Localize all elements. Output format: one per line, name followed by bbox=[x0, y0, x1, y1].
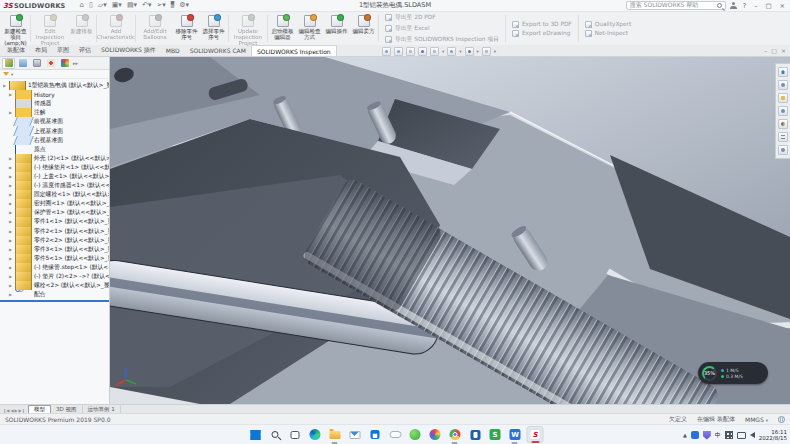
expand-arrow-icon[interactable]: ▶ bbox=[9, 219, 13, 224]
tray-app-icon[interactable] bbox=[691, 431, 699, 439]
expand-arrow-icon[interactable]: ▶ bbox=[9, 183, 13, 188]
view-palette-icon[interactable] bbox=[778, 106, 788, 116]
appearance-icon[interactable] bbox=[465, 47, 474, 56]
tree-item-front-plane[interactable]: 前视基准面 bbox=[0, 117, 109, 126]
dimxpert-manager-tab[interactable] bbox=[44, 58, 57, 69]
zoom-area-icon[interactable] bbox=[394, 47, 403, 56]
model-tab[interactable]: 模型 bbox=[28, 405, 51, 413]
new-template-button[interactable]: 新建模板 bbox=[68, 13, 95, 44]
expand-arrow-icon[interactable]: ▶ bbox=[9, 238, 13, 243]
tree-item-top-plane[interactable]: 上视基准面 bbox=[0, 126, 109, 135]
expand-arrow-icon[interactable]: ▶ bbox=[9, 210, 13, 215]
tree-item-component[interactable]: ▶固定螺栓<1> (默认<<默认>_显示状 bbox=[0, 190, 109, 199]
print-icon[interactable]: ▤▾ bbox=[127, 1, 137, 10]
export-inspection-project-item[interactable]: 导出至 SOLIDWORKS Inspection 项目 bbox=[385, 35, 499, 44]
configuration-manager-tab[interactable] bbox=[30, 58, 43, 69]
restore-button[interactable]: ▢ bbox=[763, 2, 773, 10]
scene-icon[interactable] bbox=[482, 47, 491, 56]
minimize-button[interactable]: – bbox=[752, 2, 759, 10]
tab-sketch[interactable]: 草图 bbox=[52, 45, 74, 56]
net-inspect-item[interactable]: Net-Inspect bbox=[585, 30, 632, 37]
launch-template-editor-button[interactable]: 启动模板编辑器 bbox=[269, 13, 296, 44]
mail-button[interactable] bbox=[347, 426, 364, 443]
doc-minimize-icon[interactable]: – bbox=[764, 47, 767, 54]
update-inspection-project-button[interactable]: Update Inspection Project bbox=[230, 13, 266, 44]
tab-inspection[interactable]: SOLIDWORKS Inspection bbox=[251, 45, 337, 56]
motion-study-tab[interactable]: 运动算例 1 bbox=[83, 405, 121, 413]
forum-icon[interactable] bbox=[778, 145, 788, 155]
doc-restore-icon[interactable]: ▢ bbox=[771, 47, 777, 54]
appearances-icon[interactable] bbox=[778, 119, 788, 129]
section-view-icon[interactable] bbox=[418, 47, 427, 56]
feature-tree-tab[interactable] bbox=[2, 58, 15, 69]
graphics-area[interactable]: 35% 1 M/S 0.3 M/S bbox=[110, 57, 790, 404]
caret-icon[interactable]: ▾ bbox=[442, 49, 444, 54]
ime-grid-icon[interactable] bbox=[725, 431, 733, 439]
qualityxpert-item[interactable]: QualityXpert bbox=[585, 21, 632, 28]
taskbar-search-button[interactable] bbox=[267, 426, 284, 443]
tree-item-component[interactable]: ▶零件2<1> (默认<<默认>_显示状态 bbox=[0, 227, 109, 236]
solidworks-taskbar-button[interactable]: S bbox=[527, 426, 544, 443]
expand-arrow-icon[interactable]: ▶ bbox=[9, 201, 13, 206]
edit-operations-button[interactable]: 编辑操作 bbox=[323, 13, 350, 44]
search-icon[interactable] bbox=[717, 3, 722, 8]
login-icon[interactable] bbox=[730, 2, 737, 9]
display-manager-tab[interactable] bbox=[58, 58, 71, 69]
tree-item-component[interactable]: ▶螺栓<2> (默认<<默认>_显示状态 bbox=[0, 281, 109, 290]
expand-arrow-icon[interactable]: ▶ bbox=[9, 156, 13, 161]
caret-icon[interactable]: ▾ bbox=[477, 49, 479, 54]
edge-button[interactable] bbox=[307, 426, 324, 443]
view-orientation-icon[interactable] bbox=[430, 47, 439, 56]
tree-item-origin[interactable]: 原点 bbox=[0, 145, 109, 154]
tree-item-mates[interactable]: ▶配合 bbox=[0, 290, 109, 299]
ime-indicator[interactable]: 中 bbox=[715, 431, 721, 440]
store-button[interactable] bbox=[367, 426, 384, 443]
remove-balloons-button[interactable]: 移除零件序号 bbox=[173, 13, 200, 44]
hidden-icons-chevron[interactable]: ▲ bbox=[683, 432, 687, 438]
file-explorer-icon[interactable] bbox=[778, 93, 788, 103]
globe-icon[interactable] bbox=[778, 416, 785, 423]
taskbar-clock[interactable]: 16:11 2022/8/15 bbox=[759, 429, 787, 442]
tree-item-history[interactable]: ▶History bbox=[0, 90, 109, 99]
s-app-button[interactable]: S bbox=[487, 426, 504, 443]
tree-item-component[interactable]: ▶零件1<1> (默认<<默认>_显示状态 bbox=[0, 217, 109, 226]
expand-arrow-icon[interactable]: ▶ bbox=[9, 256, 13, 261]
edit-methods-button[interactable]: 编辑检查方式 bbox=[296, 13, 323, 44]
expand-arrow-icon[interactable]: ▶ bbox=[9, 110, 13, 115]
expand-arrow-icon[interactable]: ▶ bbox=[9, 229, 13, 234]
security-shield-icon[interactable] bbox=[703, 431, 711, 440]
file-explorer-button[interactable] bbox=[327, 426, 344, 443]
export-excel-item[interactable]: 导出至 Excel bbox=[385, 24, 499, 33]
tree-item-component[interactable]: ▶零件3<1> (默认<<默认>_显示状态 bbox=[0, 245, 109, 254]
caret-icon[interactable]: ▾ bbox=[494, 49, 496, 54]
panel-tabs-overflow-icon[interactable]: ▸▸ bbox=[73, 60, 78, 66]
tree-item-component[interactable]: ▶(-) 绝缘垫片<1> (默认<<默认>_显 bbox=[0, 163, 109, 172]
expand-arrow-icon[interactable]: ▶ bbox=[9, 265, 13, 270]
options-icon[interactable]: ⚙▾ bbox=[179, 1, 189, 10]
export-2d-pdf-item[interactable]: 导出至 2D PDF bbox=[385, 13, 499, 22]
save-icon[interactable]: ▣▾ bbox=[112, 1, 122, 10]
tree-item-sensors[interactable]: 传感器 bbox=[0, 99, 109, 108]
volume-icon[interactable] bbox=[750, 432, 755, 438]
expand-arrow-icon[interactable]: ▶ bbox=[9, 192, 13, 197]
tab-assembly[interactable]: 装配体 bbox=[2, 45, 30, 56]
tree-item-component[interactable]: ▶密封圈<1> (默认<<默认>_显示状 bbox=[0, 199, 109, 208]
edit-inspection-project-button[interactable]: Edit Inspection Project bbox=[32, 13, 68, 44]
add-edit-balloons-button[interactable]: Add/Edit Balloons bbox=[137, 13, 173, 44]
resources-home-icon[interactable] bbox=[778, 67, 788, 77]
design-library-icon[interactable] bbox=[778, 80, 788, 90]
caret-icon[interactable]: ▾ bbox=[459, 49, 461, 54]
select-balloons-button[interactable]: 选择零件序号 bbox=[200, 13, 227, 44]
task-view-button[interactable] bbox=[287, 426, 304, 443]
browser-360-button[interactable] bbox=[407, 426, 424, 443]
tree-item-component[interactable]: ▶(-) 垫片 (2)<2> ->? (默认<<默认> bbox=[0, 272, 109, 281]
tab-mbd[interactable]: MBD bbox=[161, 45, 185, 56]
property-manager-tab[interactable] bbox=[16, 58, 29, 69]
rebuild-icon[interactable]: 🮑 bbox=[171, 1, 175, 10]
tab-evaluate[interactable]: 评估 bbox=[74, 45, 96, 56]
expand-arrow-icon[interactable]: ▶ bbox=[9, 292, 13, 297]
export-3d-pdf-item[interactable]: Export to 3D PDF bbox=[512, 21, 572, 28]
close-button[interactable]: × bbox=[778, 2, 787, 10]
cloud-app-button[interactable] bbox=[387, 426, 404, 443]
tree-item-component[interactable]: ▶零件2<2> (默认<<默认>_显示状态 bbox=[0, 236, 109, 245]
